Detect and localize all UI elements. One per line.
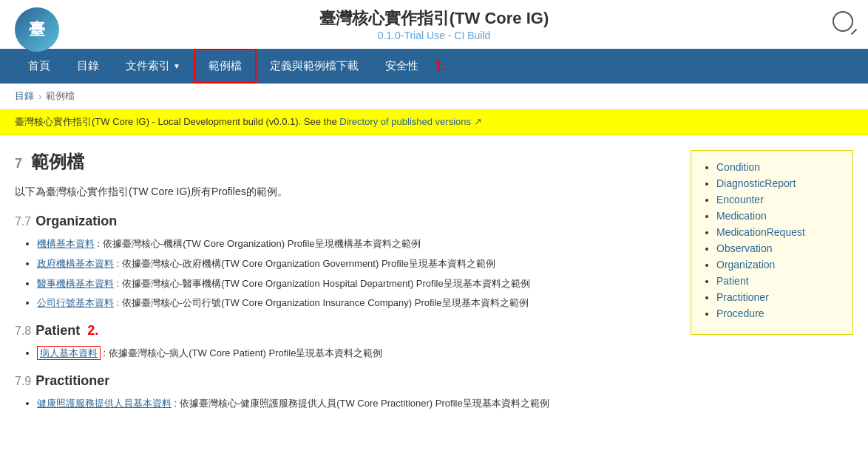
- section-prac-num: 7.9: [15, 375, 31, 388]
- content-area: 7 範例檔 以下為臺灣核心實作指引(TW Core IG)所有Profiles的…: [15, 150, 676, 419]
- breadcrumb-separator: ›: [38, 91, 41, 102]
- nav-doc-index[interactable]: 文件索引 ▼: [112, 50, 194, 82]
- alert-banner: 臺灣核心實作指引(TW Core IG) - Local Development…: [0, 109, 868, 135]
- org-item-list: 機構基本資料 : 依據臺灣核心-機構(TW Core Organization)…: [15, 237, 676, 311]
- sidebar-item-medication: Medication: [716, 210, 841, 222]
- org-link-3[interactable]: 醫事機構基本資料: [37, 278, 114, 289]
- section-patient-heading: 7.8 Patient 2.: [15, 323, 676, 339]
- sidebar-link-observation[interactable]: Observation: [716, 242, 772, 254]
- sidebar-link-condition[interactable]: Condition: [716, 161, 760, 173]
- header: 臺 臺灣核心實作指引(TW Core IG) 0.1.0-Trial Use -…: [0, 0, 868, 49]
- nav-definitions[interactable]: 定義與範例檔下載: [257, 50, 372, 82]
- nav-security[interactable]: 安全性: [372, 50, 432, 82]
- site-subtitle: 0.1.0-Trial Use - CI Build: [319, 30, 549, 41]
- section-pat-num: 7.8: [15, 324, 31, 338]
- section-organization-heading: 7.7 Organization: [15, 214, 676, 229]
- nav-catalog[interactable]: 目錄: [64, 50, 112, 82]
- sidebar-item-practitioner: Practitioner: [716, 291, 841, 303]
- nav-examples[interactable]: 範例檔: [194, 49, 257, 84]
- nav-home[interactable]: 首頁: [15, 50, 64, 82]
- list-item: 健康照護服務提供人員基本資料 : 依據臺灣核心-健康照護服務提供人員(TW Co…: [37, 396, 676, 412]
- section-org-title: Organization: [35, 214, 117, 229]
- dropdown-arrow-icon: ▼: [173, 62, 180, 70]
- list-item: 政府機構基本資料 : 依據臺灣核心-政府機構(TW Core Organizat…: [37, 256, 676, 272]
- section-practitioner-heading: 7.9 Practitioner: [15, 373, 676, 389]
- list-item: 機構基本資料 : 依據臺灣核心-機構(TW Core Organization)…: [37, 237, 676, 252]
- sidebar-item-procedure: Procedure: [716, 307, 841, 319]
- page-title: 範例檔: [31, 150, 84, 174]
- callout-1: 1.: [435, 58, 446, 74]
- section-number: 7: [15, 156, 22, 171]
- main-area: 7 範例檔 以下為臺灣核心實作指引(TW Core IG)所有Profiles的…: [0, 135, 868, 434]
- sidebar-link-medication[interactable]: Medication: [716, 210, 767, 222]
- sidebar-item-organization: Organization: [716, 259, 841, 271]
- sidebar-item-medicationrequest: MedicationRequest: [716, 226, 841, 238]
- list-item: 公司行號基本資料 : 依據臺灣核心-公司行號(TW Core Organizat…: [37, 296, 676, 311]
- list-item: 醫事機構基本資料 : 依據臺灣核心-醫事機構(TW Core Organizat…: [37, 276, 676, 292]
- sidebar: Condition DiagnosticReport Encounter Med…: [691, 150, 853, 419]
- main-nav: 首頁 目錄 文件索引 ▼ 範例檔 定義與範例檔下載 安全性 1.: [0, 49, 868, 84]
- practitioner-item-list: 健康照護服務提供人員基本資料 : 依據臺灣核心-健康照護服務提供人員(TW Co…: [15, 396, 676, 412]
- section-prac-title: Practitioner: [35, 373, 109, 389]
- sidebar-link-diagnosticreport[interactable]: DiagnosticReport: [716, 177, 796, 189]
- org-link-1[interactable]: 機構基本資料: [37, 238, 95, 249]
- callout-2: 2.: [87, 323, 98, 339]
- search-icon: [833, 11, 853, 32]
- search-button[interactable]: [833, 11, 853, 32]
- sidebar-link-organization[interactable]: Organization: [716, 259, 775, 271]
- sidebar-item-encounter: Encounter: [716, 194, 841, 205]
- sidebar-item-patient: Patient: [716, 275, 841, 287]
- logo: 臺: [15, 7, 59, 52]
- sidebar-link-encounter[interactable]: Encounter: [716, 194, 764, 205]
- list-item: 病人基本資料 : 依據臺灣核心-病人(TW Core Patient) Prof…: [37, 346, 676, 361]
- breadcrumb-current: 範例檔: [46, 89, 75, 103]
- alert-link[interactable]: Directory of published versions ↗: [339, 116, 481, 127]
- org-link-2[interactable]: 政府機構基本資料: [37, 258, 114, 269]
- sidebar-link-practitioner[interactable]: Practitioner: [716, 291, 769, 303]
- header-title: 臺灣核心實作指引(TW Core IG) 0.1.0-Trial Use - C…: [319, 7, 549, 41]
- sidebar-box: Condition DiagnosticReport Encounter Med…: [691, 150, 853, 335]
- prac-link-1[interactable]: 健康照護服務提供人員基本資料: [37, 398, 172, 409]
- section-pat-title: Patient: [35, 323, 80, 339]
- intro-text: 以下為臺灣核心實作指引(TW Core IG)所有Profiles的範例。: [15, 186, 676, 199]
- sidebar-item-observation: Observation: [716, 242, 841, 254]
- alert-text-before: 臺灣核心實作指引(TW Core IG) - Local Development…: [15, 116, 339, 127]
- org-link-4[interactable]: 公司行號基本資料: [37, 297, 114, 308]
- sidebar-item-condition: Condition: [716, 161, 841, 173]
- sidebar-link-medicationrequest[interactable]: MedicationRequest: [716, 226, 805, 238]
- patient-link-1[interactable]: 病人基本資料: [37, 346, 101, 360]
- sidebar-item-diagnosticreport: DiagnosticReport: [716, 177, 841, 189]
- sidebar-link-procedure[interactable]: Procedure: [716, 307, 764, 319]
- breadcrumb-home[interactable]: 目錄: [15, 89, 34, 103]
- sidebar-link-patient[interactable]: Patient: [716, 275, 749, 287]
- patient-item-list: 病人基本資料 : 依據臺灣核心-病人(TW Core Patient) Prof…: [15, 346, 676, 361]
- breadcrumb: 目錄 › 範例檔: [0, 84, 868, 109]
- section-org-num: 7.7: [15, 215, 31, 228]
- sidebar-link-list: Condition DiagnosticReport Encounter Med…: [703, 161, 841, 319]
- page-heading: 7 範例檔: [15, 150, 676, 174]
- site-title: 臺灣核心實作指引(TW Core IG): [319, 7, 549, 30]
